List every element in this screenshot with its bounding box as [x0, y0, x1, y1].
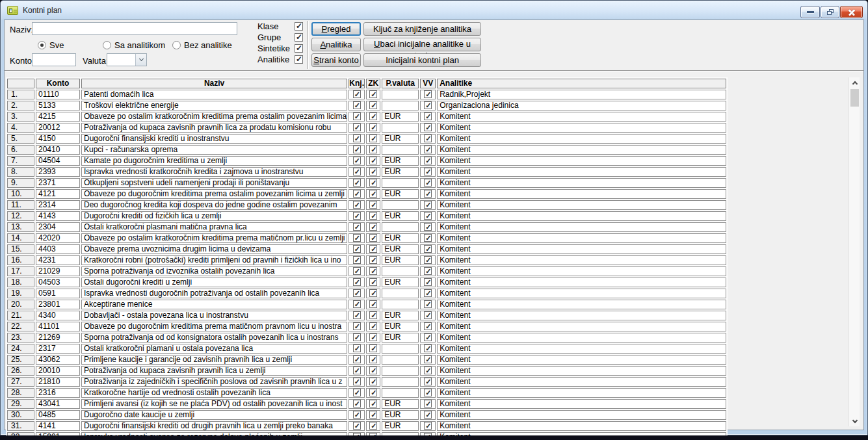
pvaluta-cell[interactable]: EUR	[382, 189, 419, 199]
vv-checkbox-cell[interactable]	[420, 211, 436, 221]
header-pvaluta[interactable]: P.valuta	[382, 79, 419, 88]
check-icon[interactable]	[369, 267, 377, 275]
zk-checkbox-cell[interactable]	[366, 366, 380, 376]
check-icon[interactable]	[424, 234, 432, 242]
check-icon[interactable]	[424, 367, 432, 374]
vv-checkbox-cell[interactable]	[420, 278, 436, 287]
minimize-button[interactable]	[800, 6, 820, 18]
check-icon[interactable]	[369, 212, 377, 220]
knj-checkbox-cell[interactable]	[349, 399, 365, 409]
check-icon[interactable]	[353, 179, 361, 187]
analitike-cell[interactable]: Komitent	[437, 399, 726, 409]
check-icon[interactable]	[353, 278, 361, 286]
check-icon[interactable]	[369, 168, 377, 175]
knj-checkbox-cell[interactable]	[349, 167, 365, 177]
naziv-cell[interactable]: Kratkoročni robni (potrošački) krediti p…	[81, 255, 347, 265]
knj-checkbox-cell[interactable]	[349, 222, 365, 232]
analitike-cell[interactable]: Komitent	[437, 322, 726, 331]
pvaluta-cell[interactable]: EUR	[382, 233, 419, 243]
pvaluta-cell[interactable]: EUR	[382, 112, 419, 122]
check-icon[interactable]	[353, 322, 361, 330]
naziv-cell[interactable]: Obaveze po ostalim kratkoročnim kreditim…	[81, 233, 347, 243]
vv-checkbox-cell[interactable]	[420, 145, 436, 155]
konto-input[interactable]	[32, 53, 76, 66]
check-icon[interactable]	[353, 90, 361, 98]
check-icon[interactable]	[353, 123, 361, 131]
table-row[interactable]: 24.2317Ostali kratkoročni plamani u osta…	[7, 344, 726, 354]
konto-cell[interactable]: 01110	[36, 90, 80, 99]
naziv-cell[interactable]: Dobavljači - ostala povezana lica u inos…	[81, 311, 347, 320]
konto-cell[interactable]: 4143	[36, 211, 80, 221]
check-icon[interactable]	[424, 422, 432, 430]
table-row[interactable]: 9.2371Otkupljeni sopstveni udeli namenje…	[7, 178, 726, 188]
konto-cell[interactable]: 4403	[36, 244, 80, 254]
check-icon[interactable]	[353, 300, 361, 308]
valuta-dropdown-button[interactable]	[135, 54, 146, 66]
analitike-cell[interactable]: Komitent	[437, 421, 726, 431]
knj-checkbox-cell[interactable]	[349, 355, 365, 365]
vv-checkbox-cell[interactable]	[420, 255, 436, 265]
pvaluta-cell[interactable]: EUR	[382, 399, 419, 409]
table-row[interactable]: 16.4231Kratkoročni robni (potrošački) kr…	[7, 255, 726, 265]
zk-checkbox-cell[interactable]	[366, 200, 380, 210]
check-icon[interactable]	[424, 101, 432, 109]
check-icon[interactable]	[424, 168, 432, 175]
knj-checkbox-cell[interactable]	[349, 344, 365, 354]
vv-checkbox-cell[interactable]	[420, 200, 436, 210]
table-row[interactable]: 17.21029Sporna potraživanja od izvoznika…	[7, 266, 726, 276]
check-icon[interactable]	[424, 344, 432, 352]
naziv-cell[interactable]: Potraživanja od kupaca zavisnih pravnih …	[81, 366, 347, 376]
zk-checkbox-cell[interactable]	[366, 322, 380, 331]
naziv-cell[interactable]: Dugoročni finansijski krediti u inostran…	[81, 134, 347, 144]
check-icon[interactable]	[369, 179, 377, 187]
knj-checkbox-cell[interactable]	[349, 410, 365, 420]
knj-checkbox-cell[interactable]	[349, 189, 365, 199]
knj-checkbox-cell[interactable]	[349, 377, 365, 387]
check-icon[interactable]	[424, 333, 432, 341]
check-icon[interactable]	[353, 378, 361, 385]
zk-checkbox-cell[interactable]	[366, 222, 380, 232]
konto-cell[interactable]: 20410	[36, 145, 80, 155]
naziv-cell[interactable]: Troškovi električne energije	[81, 101, 347, 110]
pvaluta-cell[interactable]: EUR	[382, 134, 419, 144]
naziv-cell[interactable]: Otkupljeni sopstveni udeli namenjeni pro…	[81, 178, 347, 188]
naziv-cell[interactable]: Obaveze po ostalim kratkoročnim kreditim…	[81, 112, 347, 122]
check-icon[interactable]	[353, 267, 361, 275]
vv-checkbox-cell[interactable]	[420, 410, 436, 420]
close-button[interactable]	[840, 6, 863, 18]
naziv-cell[interactable]: Kamate po dugoročnim kreditima u zemlji	[81, 156, 347, 166]
pvaluta-cell[interactable]: EUR	[382, 244, 419, 254]
radio-bez-analitike[interactable]: Bez analitike	[172, 40, 232, 50]
check-icon[interactable]	[424, 123, 432, 131]
table-row[interactable]: 4.20012Potraživanja od kupaca zavisnih p…	[7, 123, 726, 133]
zk-checkbox-cell[interactable]	[366, 233, 380, 243]
vv-checkbox-cell[interactable]	[420, 134, 436, 144]
naziv-cell[interactable]: Patenti domaćih lica	[81, 90, 347, 99]
knj-checkbox-cell[interactable]	[349, 145, 365, 155]
knj-checkbox-cell[interactable]	[349, 90, 365, 99]
check-icon[interactable]	[353, 356, 361, 363]
check-icon[interactable]	[369, 146, 377, 153]
check-icon[interactable]	[353, 400, 361, 408]
kljuc-za-knjizenje-analitika-button[interactable]: Ključ za knjiženje analitika	[363, 22, 481, 36]
vv-checkbox-cell[interactable]	[420, 355, 436, 365]
check-icon[interactable]	[424, 411, 432, 419]
pvaluta-cell[interactable]	[382, 366, 419, 376]
check-icon[interactable]	[353, 333, 361, 341]
pvaluta-cell[interactable]: EUR	[382, 278, 419, 287]
check-icon[interactable]	[353, 367, 361, 374]
naziv-cell[interactable]: Kratkoročne hartije od vrednosti ostalih…	[81, 388, 347, 398]
check-icon[interactable]	[353, 101, 361, 109]
table-row[interactable]: 11.2314Deo dugoročnog kredita koji dospe…	[7, 200, 726, 210]
konto-cell[interactable]: 2393	[36, 167, 80, 177]
check-icon[interactable]	[369, 344, 377, 352]
konto-cell[interactable]: 21269	[36, 333, 80, 343]
pvaluta-cell[interactable]: EUR	[382, 211, 419, 221]
knj-checkbox-cell[interactable]	[349, 278, 365, 287]
table-row[interactable]: 31.4141Dugoročni finansijski krediti od …	[7, 421, 726, 431]
check-icon[interactable]	[353, 135, 361, 142]
check-icon[interactable]	[369, 112, 377, 120]
konto-cell[interactable]: 21029	[36, 266, 80, 276]
check-icon[interactable]	[369, 356, 377, 363]
analitike-cell[interactable]: Komitent	[437, 222, 726, 232]
